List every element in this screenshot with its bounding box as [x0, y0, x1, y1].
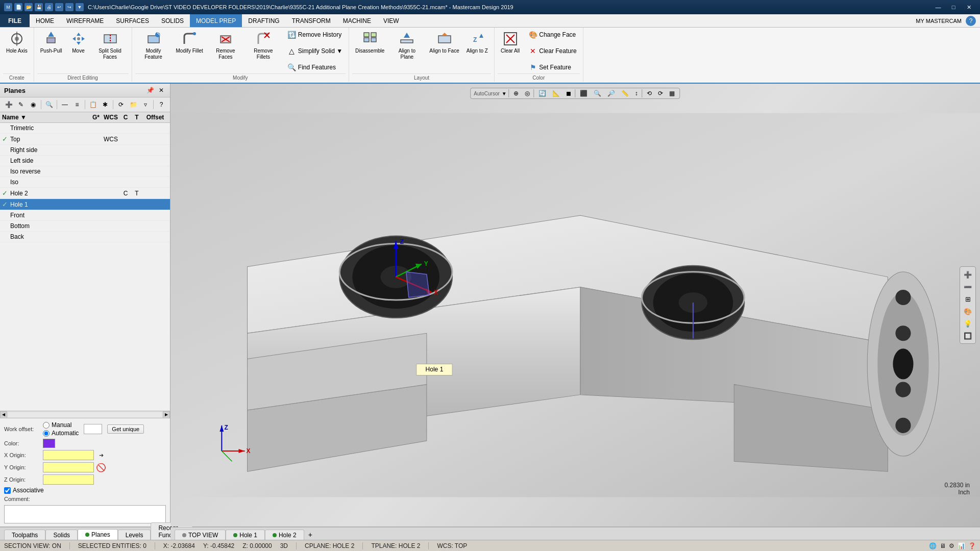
table-row[interactable]: Trimetric: [0, 123, 170, 134]
tb-edit-btn[interactable]: ✎: [15, 99, 27, 110]
rt-plus-btn[interactable]: ➕: [962, 269, 973, 280]
rt-btn6[interactable]: 🔲: [962, 330, 973, 341]
footer-tab-hole1[interactable]: Hole 1: [226, 530, 265, 540]
ribbon-btn-find-features[interactable]: 🔍 Find Features: [285, 62, 346, 72]
table-row[interactable]: ✓ Hole 2 C T: [0, 188, 170, 199]
ribbon-btn-remove-history[interactable]: 🔃 Remove History: [285, 30, 346, 40]
vp-btn9[interactable]: 📏: [619, 90, 631, 97]
ribbon-btn-align-to-plane[interactable]: Align to Plane: [388, 30, 425, 61]
tb-search-btn[interactable]: 🔍: [43, 99, 55, 110]
my-mastercam[interactable]: MY MASTERCAM: [916, 18, 962, 24]
help-icon[interactable]: ?: [966, 16, 976, 26]
tb-minus-btn[interactable]: —: [59, 99, 70, 110]
ribbon-btn-remove-faces[interactable]: Remove Faces: [207, 30, 244, 61]
vp-btn10[interactable]: ↕: [633, 90, 640, 97]
ribbon-btn-push-pull[interactable]: Push-Pull: [37, 30, 65, 55]
table-row[interactable]: Iso: [0, 177, 170, 188]
scroll-track[interactable]: [8, 412, 162, 417]
menu-file[interactable]: FILE: [0, 14, 30, 27]
vp-btn5[interactable]: ◼: [564, 90, 573, 97]
menu-wireframe[interactable]: WIREFRAME: [60, 14, 110, 27]
ribbon-btn-hole-axis[interactable]: Hole Axis: [3, 30, 31, 55]
minimize-btn[interactable]: —: [931, 2, 945, 12]
tb-radio-btn[interactable]: ◉: [28, 99, 39, 110]
status-icon2[interactable]: 🖥: [940, 542, 946, 549]
associative-label[interactable]: Associative: [4, 487, 44, 494]
vp-btn2[interactable]: ◎: [523, 90, 532, 97]
work-offset-input[interactable]: -1: [84, 424, 102, 434]
status-icon4[interactable]: 📊: [958, 542, 965, 549]
tb-arrow-btn[interactable]: ▿: [140, 99, 151, 110]
tb-list-btn[interactable]: ≡: [71, 99, 83, 110]
tb-clipboard-btn[interactable]: 📋: [87, 99, 99, 110]
tb-star-btn[interactable]: ✱: [100, 99, 111, 110]
color-swatch[interactable]: [43, 439, 55, 448]
y-origin-btn[interactable]: 🚫: [97, 463, 105, 471]
x-origin-input[interactable]: -2.71875: [43, 450, 94, 460]
ribbon-btn-split-solid-faces[interactable]: Split Solid Faces: [92, 30, 129, 61]
tb-icon-save[interactable]: 💾: [35, 3, 43, 11]
rt-btn3[interactable]: ⊞: [962, 293, 973, 305]
tb-help-btn[interactable]: ?: [156, 99, 167, 110]
ribbon-btn-modify-feature[interactable]: ✎ Modify Feature: [135, 30, 172, 61]
ribbon-btn-move[interactable]: Move: [66, 30, 91, 55]
vp-btn11[interactable]: ⟲: [645, 90, 654, 97]
tab-add-btn[interactable]: +: [304, 529, 316, 540]
auto-radio[interactable]: [43, 430, 50, 437]
manual-radio[interactable]: [43, 422, 50, 429]
ribbon-btn-align-to-face[interactable]: Align to Face: [426, 30, 462, 55]
ribbon-btn-clear-feature[interactable]: ✕ Clear Feature: [526, 46, 579, 56]
rt-btn4[interactable]: 🎨: [962, 306, 973, 317]
status-icon5[interactable]: ❓: [968, 542, 976, 549]
tb-dropdown-btn[interactable]: 📁: [128, 99, 139, 110]
table-row[interactable]: Right side: [0, 145, 170, 156]
vp-btn12[interactable]: ⟳: [656, 90, 665, 97]
footer-tab-top-view[interactable]: TOP VIEW: [175, 530, 226, 540]
table-row[interactable]: Left side: [0, 156, 170, 166]
vp-btn6[interactable]: ⬛: [578, 90, 590, 97]
panel-pin-icon[interactable]: 📌: [145, 86, 155, 95]
auto-radio-label[interactable]: Automatic: [43, 430, 79, 437]
table-row-selected[interactable]: ✓ Hole 1: [0, 199, 170, 210]
panel-close-icon[interactable]: ✕: [157, 86, 166, 95]
tb-icon-redo[interactable]: ↪: [65, 3, 74, 11]
tb-icon-undo[interactable]: ↩: [55, 3, 63, 11]
menu-solids[interactable]: SOLIDS: [155, 14, 190, 27]
status-icon3[interactable]: ⚙: [949, 542, 954, 549]
vp-btn7[interactable]: 🔍: [592, 90, 603, 97]
footer-tab-hole2[interactable]: Hole 2: [265, 530, 304, 540]
menu-drafting[interactable]: DRAFTING: [242, 14, 285, 27]
close-btn[interactable]: ✕: [962, 2, 976, 12]
tab-solids[interactable]: Solids: [45, 530, 78, 540]
manual-radio-label[interactable]: Manual: [43, 421, 79, 429]
menu-machine[interactable]: MACHINE: [337, 14, 377, 27]
h-scrollbar[interactable]: ◀ ▶: [0, 411, 170, 418]
ribbon-btn-change-face[interactable]: 🎨 Change Face: [526, 30, 579, 40]
vp-btn1[interactable]: ⊕: [511, 90, 521, 97]
get-unique-btn[interactable]: Get unique: [107, 424, 144, 434]
table-row[interactable]: Bottom: [0, 221, 170, 232]
vp-btn4[interactable]: 📐: [550, 90, 562, 97]
rt-btn5[interactable]: 💡: [962, 318, 973, 329]
ribbon-btn-set-feature[interactable]: ⚑ Set Feature: [526, 62, 579, 72]
scroll-right[interactable]: ▶: [163, 411, 170, 418]
menu-home[interactable]: HOME: [30, 14, 60, 27]
menu-transform[interactable]: TRANSFORM: [286, 14, 337, 27]
y-origin-input[interactable]: -0.037262: [43, 462, 94, 472]
table-row[interactable]: Iso reverse: [0, 166, 170, 177]
associative-checkbox[interactable]: [4, 487, 11, 494]
status-icon1[interactable]: 🌐: [929, 542, 937, 549]
table-row[interactable]: Front: [0, 210, 170, 221]
ribbon-btn-disassemble[interactable]: Disassemble: [352, 30, 387, 55]
tb-icon-new[interactable]: 📄: [14, 3, 22, 11]
maximize-btn[interactable]: □: [946, 2, 961, 12]
ribbon-btn-align-to-z[interactable]: Z Align to Z: [463, 30, 491, 55]
tb-refresh-btn[interactable]: ⟳: [115, 99, 127, 110]
menu-view[interactable]: VIEW: [377, 14, 405, 27]
col-header-name[interactable]: Name ▼: [2, 114, 90, 121]
tab-levels[interactable]: Levels: [118, 530, 151, 540]
tb-add-btn[interactable]: ➕: [3, 99, 14, 110]
ribbon-btn-clear-all[interactable]: Clear All: [498, 30, 523, 55]
vp-btn13[interactable]: ▦: [667, 90, 677, 97]
tab-planes[interactable]: Planes: [78, 529, 118, 540]
